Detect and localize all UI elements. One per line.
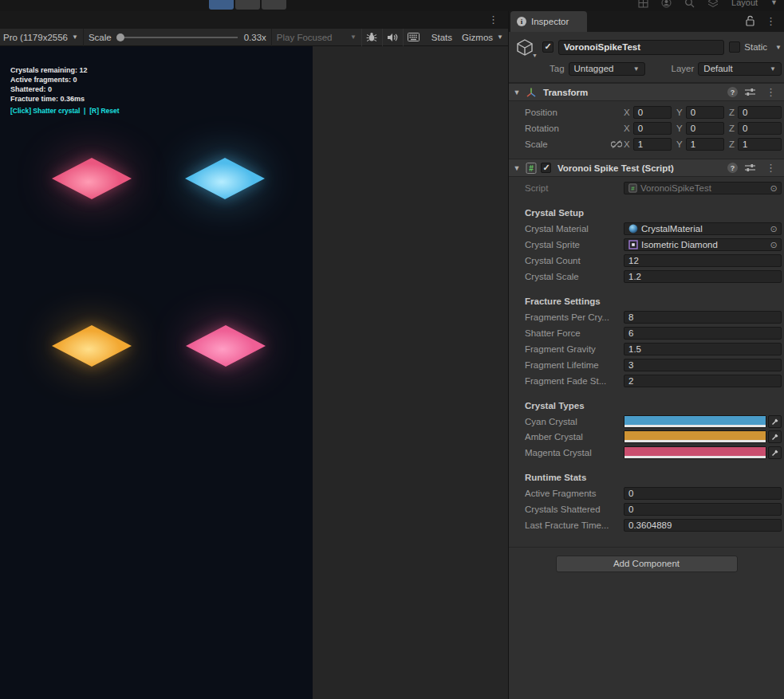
axis-y-label: Y — [676, 139, 683, 149]
mute-audio-toggle[interactable] — [382, 29, 403, 46]
game-render-area[interactable]: Crystals remaining: 12 Active fragments:… — [0, 46, 313, 699]
amber-crystal-bottom-left[interactable] — [52, 325, 132, 367]
crystal-count-row: Crystal Count 12 — [509, 253, 784, 269]
layout-dropdown-label[interactable]: Layout — [731, 0, 758, 7]
play-button[interactable] — [209, 0, 234, 10]
hud-crystals-remaining: Crystals remaining: 12 — [10, 65, 120, 75]
crystal-scale-field[interactable]: 1.2 — [624, 270, 782, 283]
component-menu-icon[interactable]: ⋮ — [762, 163, 779, 173]
gameobject-icon-button[interactable]: ▼ — [515, 37, 538, 57]
crystals-shattered-label: Crystals Shattered — [525, 505, 624, 514]
object-picker-icon[interactable]: ⊙ — [767, 239, 780, 250]
search-icon[interactable] — [684, 0, 695, 8]
crystal-diamond — [185, 158, 265, 199]
foldout-icon[interactable]: ▼ — [512, 164, 522, 172]
script-row: Script # VoronoiSpikeTest ⊙ — [509, 180, 784, 196]
add-component-button[interactable]: Add Component — [556, 556, 738, 572]
tag-dropdown[interactable]: Untagged ▼ — [569, 62, 645, 76]
keyboard-toggle[interactable] — [403, 29, 424, 46]
eyedropper-icon[interactable] — [768, 430, 782, 443]
foldout-icon[interactable]: ▼ — [512, 88, 522, 96]
component-menu-icon[interactable]: ⋮ — [762, 87, 779, 97]
layers-icon[interactable] — [707, 0, 719, 8]
rotation-z-field[interactable]: 0 — [738, 122, 782, 135]
gameobject-active-checkbox[interactable] — [542, 41, 554, 53]
fragment-gravity-field[interactable]: 1.5 — [624, 343, 782, 355]
pause-button[interactable] — [235, 0, 260, 10]
unlink-scale-icon[interactable] — [611, 139, 622, 149]
position-x-field[interactable]: 0 — [633, 106, 672, 119]
script-component-header[interactable]: ▼ # Voronoi Spike Test (Script) ? ⋮ — [509, 159, 784, 177]
cyan-crystal-top-right[interactable] — [185, 158, 265, 199]
axis-x-label: X — [624, 124, 630, 133]
csharp-script-icon: # — [628, 183, 637, 193]
presets-icon[interactable] — [745, 163, 755, 172]
grid-icon[interactable] — [638, 0, 648, 8]
rotation-x-field[interactable]: 0 — [633, 122, 672, 135]
game-view-toolbar: Pro (1179x2556 ▼ Scale 0.33x Play Focuse… — [0, 29, 508, 46]
help-icon[interactable]: ? — [727, 163, 738, 173]
inspector-tab[interactable]: i Inspector — [510, 11, 587, 32]
scale-slider[interactable] — [118, 37, 238, 38]
script-component-body: Script # VoronoiSpikeTest ⊙ Crystal Setu… — [509, 177, 784, 540]
play-focused-caret-icon: ▼ — [350, 33, 357, 41]
position-y-field[interactable]: 0 — [686, 106, 724, 119]
object-picker-icon[interactable]: ⊙ — [767, 223, 780, 234]
scale-y-field[interactable]: 1 — [686, 138, 724, 151]
static-caret-icon[interactable]: ▼ — [775, 44, 782, 51]
magenta-crystal-color-swatch[interactable] — [624, 446, 766, 459]
scale-control: Scale 0.33x — [84, 29, 271, 46]
static-checkbox[interactable] — [729, 41, 740, 53]
icon-caret: ▼ — [532, 53, 538, 58]
scale-slider-knob[interactable] — [116, 33, 124, 41]
play-focused-dropdown[interactable]: Play Focused ▼ — [272, 29, 361, 46]
script-object-field[interactable]: # VoronoiSpikeTest ⊙ — [624, 182, 782, 194]
resolution-dropdown[interactable]: Pro (1179x2556 ▼ — [0, 29, 83, 46]
eyedropper-icon[interactable] — [768, 446, 782, 459]
step-button[interactable] — [262, 0, 286, 10]
magenta-crystal-top-left[interactable] — [52, 158, 132, 199]
cyan-crystal-color-swatch[interactable] — [624, 415, 766, 428]
help-icon[interactable]: ? — [727, 87, 738, 97]
presets-icon[interactable] — [745, 88, 755, 96]
transform-header[interactable]: ▼ Transform ? ⋮ — [509, 83, 784, 101]
object-picker-icon[interactable]: ⊙ — [767, 183, 780, 194]
eyedropper-icon[interactable] — [768, 415, 782, 428]
fragments-per-crystal-row: Fragments Per Cry... 8 — [509, 309, 784, 325]
script-enabled-checkbox[interactable] — [541, 163, 551, 173]
crystal-count-field[interactable]: 12 — [624, 254, 782, 267]
position-z-field[interactable]: 0 — [738, 106, 782, 119]
magenta-crystal-bottom-right[interactable] — [186, 325, 266, 367]
active-fragments-field[interactable]: 0 — [624, 487, 782, 500]
account-icon[interactable] — [661, 0, 672, 8]
last-fracture-time-field[interactable]: 0.3604889 — [624, 519, 782, 532]
rotation-y-field[interactable]: 0 — [686, 122, 724, 135]
amber-crystal-color-swatch[interactable] — [624, 430, 766, 443]
fragments-per-crystal-field[interactable]: 8 — [624, 311, 782, 324]
crystal-material-field[interactable]: CrystalMaterial ⊙ — [624, 222, 782, 235]
debug-bug-toggle[interactable] — [361, 29, 382, 46]
crystal-diamond — [186, 325, 266, 367]
play-focused-label: Play Focused — [277, 33, 333, 42]
fragment-fade-field[interactable]: 2 — [624, 375, 782, 387]
gameobject-name-field[interactable]: VoronoiSpikeTest — [558, 40, 724, 55]
shatter-force-field[interactable]: 6 — [624, 327, 782, 340]
layout-dropdown-caret[interactable]: ▼ — [770, 0, 778, 6]
inspector-menu-icon[interactable]: ⋮ — [762, 16, 779, 26]
crystals-shattered-field[interactable]: 0 — [624, 503, 782, 516]
game-view-letterbox — [313, 46, 508, 699]
fragment-lifetime-field[interactable]: 3 — [624, 359, 782, 371]
fragment-fade-row: Fragment Fade St... 2 — [509, 373, 784, 389]
component-divider — [509, 547, 784, 548]
layer-dropdown[interactable]: Default ▼ — [698, 62, 782, 76]
game-view-menu-icon[interactable]: ⋮ — [485, 14, 502, 25]
resolution-caret-icon: ▼ — [72, 33, 78, 41]
scale-z-field[interactable]: 1 — [738, 138, 782, 151]
crystals-shattered-row: Crystals Shattered 0 — [509, 501, 784, 517]
scale-x-field[interactable]: 1 — [633, 138, 672, 151]
crystal-sprite-field[interactable]: Isometric Diamond ⊙ — [624, 238, 782, 251]
gizmos-dropdown[interactable]: Gizmos ▼ — [457, 29, 508, 46]
unlock-icon[interactable] — [745, 15, 754, 26]
crystal-types-title: Crystal Types — [509, 399, 784, 412]
stats-toggle[interactable]: Stats — [427, 29, 457, 46]
